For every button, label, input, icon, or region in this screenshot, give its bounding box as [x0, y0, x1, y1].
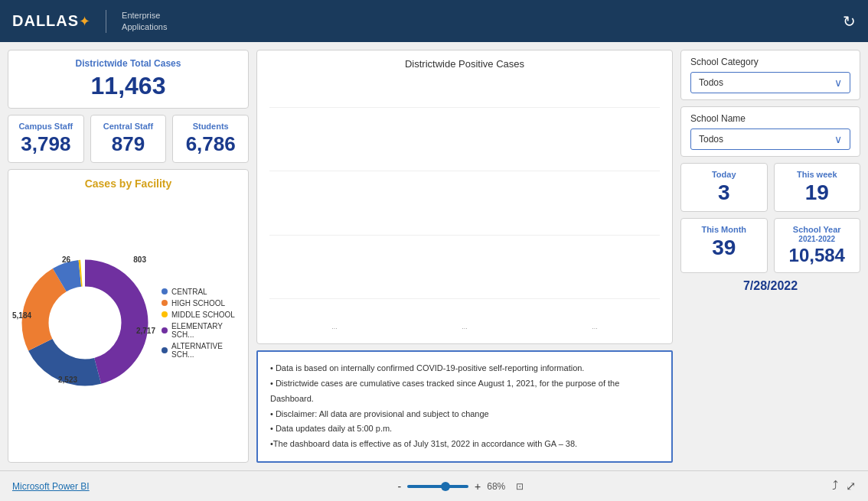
- this-month-value: 39: [689, 236, 759, 260]
- refresh-icon[interactable]: ↻: [843, 12, 856, 31]
- chart-legend: CENTRAL HIGH SCHOOL MIDDLE SCHOOL ELEMEN…: [162, 288, 240, 359]
- stats-grid: Today 3 This week 19 This Month 39 Schoo…: [680, 163, 860, 273]
- this-month-stat: This Month 39: [680, 218, 768, 273]
- legend-item-middle-school: MIDDLE SCHOOL: [162, 311, 240, 319]
- this-month-label: This Month: [689, 225, 759, 234]
- today-stat: Today 3: [680, 163, 768, 212]
- date-display: 7/28/2022: [680, 279, 860, 293]
- chart-section: Cases by Facility 26 803 5,184 2,717 2,5…: [8, 169, 249, 463]
- legend-label-middle-school: MIDDLE SCHOOL: [171, 311, 235, 319]
- disclaimer-text: • Data is based on internally confirmed …: [270, 361, 659, 452]
- expand-icon[interactable]: ⤢: [846, 479, 856, 493]
- chart-label-top-left: 26: [62, 255, 70, 264]
- central-staff-label: Central Staff: [99, 122, 158, 131]
- school-name-label: School Name: [690, 113, 850, 124]
- campus-staff-label: Campus Staff: [16, 122, 76, 131]
- legend-item-elementary: ELEMENTARY SCH...: [162, 322, 240, 339]
- legend-label-high-school: HIGH SCHOOL: [171, 299, 225, 307]
- students-card: Students 6,786: [172, 115, 249, 163]
- this-week-label: This week: [782, 170, 853, 179]
- today-label: Today: [689, 170, 759, 179]
- total-cases-label: Districtwide Total Cases: [21, 58, 236, 69]
- this-week-stat: This week 19: [774, 163, 861, 212]
- legend-dot-high-school: [162, 300, 168, 306]
- school-year-label: School Year: [782, 225, 853, 235]
- zoom-thumb[interactable]: [441, 482, 450, 491]
- school-name-group: School Name Todos ∨: [680, 106, 860, 157]
- legend-item-alternative: ALTERNATIVE SCH...: [162, 342, 240, 359]
- power-bi-link[interactable]: Microsoft Power BI: [12, 481, 90, 492]
- staff-row: Campus Staff 3,798 Central Staff 879 Stu…: [8, 115, 249, 163]
- school-name-value: Todos: [699, 134, 723, 145]
- school-year-value: 10,584: [782, 245, 853, 266]
- central-staff-card: Central Staff 879: [90, 115, 167, 163]
- legend-dot-central: [162, 288, 168, 294]
- positive-cases-title: Districtwide Positive Cases: [269, 58, 660, 70]
- legend-dot-elementary: [162, 327, 168, 333]
- legend-item-central: CENTRAL: [162, 288, 240, 296]
- logo-star: ✦: [79, 14, 90, 29]
- bottom-icons: ⤴ ⤢: [832, 479, 856, 493]
- header: DALLAS✦ Enterprise Applications ↻: [0, 0, 868, 42]
- legend-label-central: CENTRAL: [171, 288, 207, 296]
- logo-subtitle: Enterprise Applications: [122, 10, 167, 32]
- chart-label-right: 2,717: [136, 327, 155, 335]
- share-icon[interactable]: ⤴: [832, 479, 838, 493]
- today-value: 3: [689, 181, 759, 205]
- legend-label-alternative: ALTERNATIVE SCH...: [171, 342, 240, 359]
- left-panel: Districtwide Total Cases 11,463 Campus S…: [8, 50, 249, 463]
- zoom-minus-button[interactable]: -: [397, 480, 401, 493]
- zoom-controls: - + 68% ⊡: [397, 480, 524, 493]
- school-year-sublabel: 2021-2022: [782, 235, 853, 243]
- zoom-plus-button[interactable]: +: [475, 480, 481, 493]
- chart-label-top-right: 803: [133, 255, 146, 264]
- bottom-bar: Microsoft Power BI - + 68% ⊡ ⤴ ⤢: [0, 470, 868, 501]
- logo: DALLAS✦: [12, 12, 90, 30]
- zoom-slider[interactable]: [407, 485, 468, 488]
- line-chart-area: ... ... ...: [269, 76, 660, 330]
- chevron-down-icon-2: ∨: [834, 133, 842, 145]
- this-week-value: 19: [782, 181, 853, 205]
- main-content: Districtwide Total Cases 11,463 Campus S…: [0, 42, 868, 470]
- campus-staff-value: 3,798: [16, 132, 76, 156]
- logo-text: DALLAS: [12, 12, 79, 29]
- school-category-value: Todos: [699, 77, 723, 88]
- school-name-dropdown[interactable]: Todos ∨: [690, 129, 850, 150]
- legend-label-elementary: ELEMENTARY SCH...: [171, 322, 240, 339]
- legend-dot-alternative: [162, 347, 168, 353]
- center-panel: Districtwide Positive Cases ... ... ...: [256, 50, 673, 463]
- positive-cases-card: Districtwide Positive Cases ... ... ...: [256, 50, 673, 344]
- donut-chart: 26 803 5,184 2,717 2,523: [16, 254, 154, 392]
- disclaimer-box: • Data is based on internally confirmed …: [256, 350, 673, 463]
- zoom-value: 68%: [487, 481, 505, 492]
- school-category-label: School Category: [690, 57, 850, 67]
- total-cases-value: 11,463: [21, 72, 236, 100]
- total-cases-card: Districtwide Total Cases 11,463: [8, 50, 249, 109]
- chart-label-left: 5,184: [12, 311, 31, 320]
- central-staff-value: 879: [99, 132, 158, 156]
- logo-area: DALLAS✦ Enterprise Applications: [12, 10, 167, 33]
- campus-staff-card: Campus Staff 3,798: [8, 115, 84, 163]
- chart-label-bottom: 2,523: [58, 376, 77, 384]
- school-category-dropdown[interactable]: Todos ∨: [690, 72, 850, 93]
- school-year-stat: School Year 2021-2022 10,584: [774, 218, 861, 273]
- right-panel: School Category Todos ∨ School Name Todo…: [680, 50, 860, 463]
- legend-item-high-school: HIGH SCHOOL: [162, 299, 240, 307]
- chart-container: 26 803 5,184 2,717 2,523: [16, 196, 240, 450]
- chart-title: Cases by Facility: [16, 177, 240, 190]
- donut-svg: [16, 254, 154, 392]
- svg-point-5: [51, 288, 119, 357]
- students-label: Students: [181, 122, 240, 131]
- logo-divider: [106, 10, 106, 33]
- school-category-group: School Category Todos ∨: [680, 50, 860, 100]
- chevron-down-icon: ∨: [834, 76, 842, 89]
- legend-dot-middle-school: [162, 311, 168, 317]
- students-value: 6,786: [181, 132, 240, 156]
- fit-page-icon[interactable]: ⊡: [516, 481, 524, 492]
